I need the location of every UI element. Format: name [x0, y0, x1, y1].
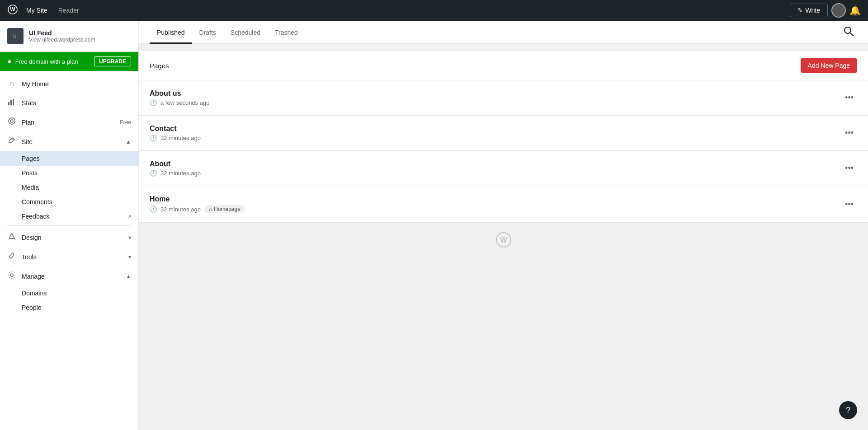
clock-icon: 🕐 — [150, 135, 157, 141]
my-site-nav-btn[interactable]: My Site — [22, 5, 52, 16]
tab-scheduled[interactable]: Scheduled — [223, 21, 268, 44]
wordpress-logo-icon: W — [7, 4, 18, 17]
notifications-button[interactable]: 🔔 — [849, 5, 861, 16]
sidebar-item-design-label: Design — [22, 234, 123, 241]
page-time: 32 minutes ago — [160, 170, 201, 177]
design-chevron-icon: ▾ — [128, 234, 131, 241]
sidebar-item-people[interactable]: People — [0, 300, 138, 315]
sidebar-item-feedback-label: Feedback — [22, 213, 49, 220]
clock-icon: 🕐 — [150, 206, 157, 213]
upgrade-banner-text: Free domain with a plan — [15, 58, 90, 65]
sub-nav: Pages Posts Media Comments Feedback ↗ — [0, 151, 138, 224]
manage-sub-nav: Domains People — [0, 286, 138, 315]
sidebar-item-feedback[interactable]: Feedback ↗ — [0, 209, 138, 224]
sidebar-item-posts-label: Posts — [22, 169, 38, 177]
external-link-icon: ↗ — [127, 214, 131, 220]
write-button[interactable]: ✎ Write — [790, 4, 828, 17]
page-name: About — [150, 160, 201, 168]
page-more-button[interactable]: ••• — [841, 198, 857, 211]
table-row: About us 🕐 a few seconds ago ••• — [139, 80, 868, 116]
manage-icon — [7, 271, 16, 281]
page-more-button[interactable]: ••• — [841, 91, 857, 104]
design-icon — [7, 232, 16, 243]
sidebar-item-site[interactable]: Site ▲ — [0, 132, 138, 151]
user-avatar[interactable] — [831, 3, 846, 18]
sidebar-item-media[interactable]: Media — [0, 180, 138, 195]
sidebar: UI UI Feed View uifeed.wordpress.com ● F… — [0, 21, 139, 430]
pages-header: Pages Add New Page — [139, 51, 868, 80]
svg-point-7 — [9, 118, 15, 124]
add-new-page-button[interactable]: Add New Page — [801, 58, 857, 73]
sidebar-site-header: UI UI Feed View uifeed.wordpress.com — [0, 21, 138, 52]
tab-published[interactable]: Published — [150, 21, 192, 44]
svg-rect-4 — [8, 102, 9, 105]
tools-chevron-icon: ▾ — [128, 254, 131, 260]
site-icon: UI — [7, 28, 24, 44]
sidebar-item-posts[interactable]: Posts — [0, 166, 138, 180]
sidebar-item-manage-label: Manage — [22, 273, 120, 280]
page-meta: 🕐 a few seconds ago — [150, 99, 209, 106]
page-time: 32 minutes ago — [160, 206, 201, 213]
tab-trashed[interactable]: Trashed — [268, 21, 305, 44]
clock-icon: 🕐 — [150, 99, 157, 106]
upgrade-button[interactable]: UPGRADE — [94, 56, 131, 66]
wordpress-footer-logo: W — [495, 232, 512, 252]
sidebar-item-comments-label: Comments — [22, 198, 52, 206]
plan-icon — [7, 117, 16, 127]
clock-icon: 🕐 — [150, 170, 157, 177]
table-row: Contact 🕐 32 minutes ago ••• — [139, 116, 868, 151]
sidebar-item-site-label: Site — [22, 138, 120, 145]
sidebar-item-domains[interactable]: Domains — [0, 286, 138, 300]
sidebar-item-tools[interactable]: Tools ▾ — [0, 247, 138, 266]
site-name: UI Feed — [29, 29, 95, 37]
page-name: About us — [150, 89, 209, 98]
pages-section: Pages Add New Page About us 🕐 a few seco… — [139, 51, 868, 223]
reader-nav-btn[interactable]: Reader — [54, 5, 84, 16]
site-chevron-icon: ▲ — [126, 139, 131, 145]
page-more-button[interactable]: ••• — [841, 126, 857, 140]
page-time: a few seconds ago — [160, 99, 209, 106]
site-info: UI Feed View uifeed.wordpress.com — [29, 29, 95, 43]
top-nav: W My Site Reader ✎ Write 🔔 — [0, 0, 868, 21]
page-info: Contact 🕐 32 minutes ago — [150, 125, 201, 141]
divider — [7, 225, 131, 226]
pages-title: Pages — [150, 62, 169, 70]
tab-drafts[interactable]: Drafts — [192, 21, 223, 44]
svg-text:W: W — [500, 236, 507, 244]
sidebar-item-pages[interactable]: Pages — [0, 151, 138, 166]
sidebar-item-design[interactable]: Design ▾ — [0, 228, 138, 247]
page-name: Home — [150, 195, 245, 203]
top-nav-right: ✎ Write 🔔 — [790, 3, 861, 18]
manage-chevron-icon: ▲ — [126, 273, 131, 280]
main-layout: UI UI Feed View uifeed.wordpress.com ● F… — [0, 21, 868, 430]
search-button[interactable] — [840, 23, 857, 42]
wp-footer: W — [139, 223, 868, 261]
upgrade-banner[interactable]: ● Free domain with a plan UPGRADE — [0, 52, 138, 71]
sidebar-item-manage[interactable]: Manage ▲ — [0, 266, 138, 286]
page-info: Home 🕐 32 minutes ago ⌂ Homepage — [150, 195, 245, 213]
svg-rect-5 — [10, 100, 12, 105]
sidebar-item-media-label: Media — [22, 184, 39, 191]
page-name: Contact — [150, 125, 201, 133]
home-icon: ⌂ — [7, 79, 16, 89]
tabs-bar: Published Drafts Scheduled Trashed — [139, 21, 868, 44]
homepage-badge-label: Homepage — [214, 206, 241, 212]
sidebar-item-stats[interactable]: Stats — [0, 93, 138, 112]
top-nav-left: W My Site Reader — [7, 4, 84, 17]
sidebar-nav: ⌂ My Home Stats Plan Free Site — [0, 71, 138, 430]
sidebar-item-my-home[interactable]: ⌂ My Home — [0, 75, 138, 93]
sidebar-item-tools-label: Tools — [22, 253, 123, 261]
sidebar-item-plan[interactable]: Plan Free — [0, 112, 138, 132]
write-label: Write — [806, 7, 820, 14]
svg-point-8 — [10, 120, 13, 122]
stats-icon — [7, 98, 16, 108]
sidebar-item-comments[interactable]: Comments — [0, 195, 138, 209]
page-info: About us 🕐 a few seconds ago — [150, 89, 209, 106]
sidebar-item-stats-label: Stats — [22, 99, 131, 107]
help-button[interactable]: ? — [839, 401, 857, 419]
svg-text:UI: UI — [13, 34, 18, 39]
site-edit-icon — [7, 136, 16, 147]
page-more-button[interactable]: ••• — [841, 162, 857, 175]
site-url: View uifeed.wordpress.com — [29, 37, 95, 43]
svg-text:W: W — [10, 6, 15, 13]
